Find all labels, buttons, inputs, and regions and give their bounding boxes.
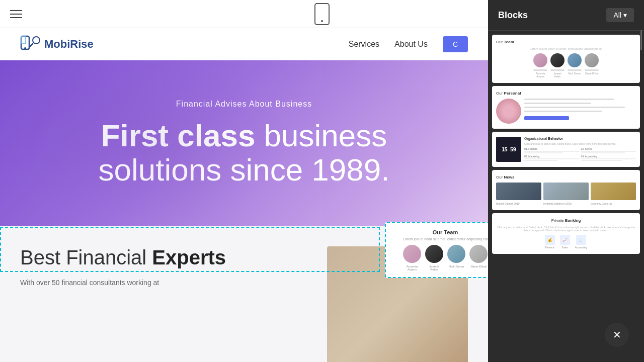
thumb-banking-sales: 📈 Sales [560,235,570,249]
block-thumb-our-team-desc: Lorem ipsum dolor sit amet, consectetur … [496,47,636,50]
block-thumb-our-personal-title: Our Personal [496,91,636,96]
team-name-3: Nick Simon [447,265,465,271]
nav-link-services[interactable]: Services [349,40,379,49]
block-thumb-team-names: Amanda Adams Joseph Kelen Nick Simon Ste… [496,69,636,78]
site-nav-links: Services About Us C [349,36,468,52]
team-avatar-4 [469,245,488,263]
blocks-panel: Blocks All ▾ Our Team Lorem ipsum dolor … [488,0,644,362]
thumb-news-caption-1: Market Outlook 2019 [496,202,541,205]
thumb-org-item-2: 02. Styles [581,147,636,153]
team-avatar-3 [447,245,465,263]
thumb-news-captions: Market Outlook 2019 Investing Options in… [496,202,636,205]
blocks-filter-button[interactable]: All ▾ [606,8,634,22]
thumb-news-caption-2: Investing Options in 2000 [543,202,589,205]
nav-link-about[interactable]: About Us [394,40,428,49]
org-line-1 [524,151,580,152]
block-thumb-our-news[interactable]: Our News Market Outlook 2019 Investing O… [492,170,640,210]
thumb-avatar-4 [585,53,599,67]
org-line-2b [581,152,625,153]
blocks-header: Blocks All ▾ [488,0,644,31]
content-title-light: Best Financial [20,246,152,268]
mobile-device-icon[interactable] [314,3,330,25]
finance-icon-shape: 💰 [545,235,555,245]
thumb-banking-finance: 💰 Finance [545,235,555,249]
nav-cta-button[interactable]: C [443,36,468,52]
thumb-personal-lines [524,99,636,120]
org-line-3b [524,160,557,161]
logo-icon [20,34,40,54]
block-thumb-our-news-title: Our News [496,175,636,179]
thumb-banking-accounting: 🧾 Accounting [575,235,588,249]
team-preview-names: Amanda Adams Joseph Kelen Nick Simon Ste… [392,265,488,271]
org-line-4b [581,160,622,161]
accounting-icon-label: Accounting [575,246,588,249]
team-avatar-2 [425,245,443,263]
thumb-org-content: Organizational Behavior Click and drag t… [524,137,636,162]
thumb-banking-icons: 💰 Finance 📈 Sales 🧾 Accounting [496,235,636,249]
preview-area: MobiRise Services About Us C Financial A… [0,28,488,362]
site-logo: MobiRise [20,34,94,54]
personal-line-4 [524,111,602,112]
block-thumb-org-behavior[interactable]: 15 59 Organizational Behavior Click and … [492,132,640,167]
team-preview-title: Our Team [392,229,488,235]
thumb-org-clock: 15 59 [496,137,521,162]
close-icon: ✕ [613,329,621,341]
thumb-news-img-2 [543,183,589,200]
thumb-banking-desc: Click any text to edit or add. Select bl… [496,226,636,232]
thumb-org-label-1: 01. Finance [524,147,580,150]
thumb-org-item-3: 03. Marketing [524,155,580,161]
team-preview-avatars [392,245,488,263]
team-name-1: Amanda Adams [403,265,421,271]
org-line-4 [581,158,636,159]
block-thumb-private-banking[interactable]: Private Banking Click any text to edit o… [492,213,640,254]
thumb-personal-text [524,99,636,120]
org-line-2 [581,151,636,152]
thumb-avatar-3 [568,53,582,67]
thumb-org-label-4: 04. Accounting [581,155,636,158]
thumb-news-caption-3: Economy Goes Up [591,202,636,205]
thumb-personal-image [496,99,521,124]
hero-bg [0,60,293,226]
personal-line-3 [524,107,625,108]
team-preview-subtitle: Lorem ipsum dolor sit amet, consectetur … [392,237,488,241]
personal-btn [524,116,569,120]
close-fab-button[interactable]: ✕ [605,323,629,347]
scroll-indicator [640,30,642,50]
personal-line-1 [524,99,614,100]
thumb-news-images [496,183,636,200]
thumb-org-desc: Click and drag to edit or add. Select bl… [524,142,636,145]
content-description: With over 50 financial consultants worki… [20,277,221,288]
thumb-news-img-3 [591,183,636,200]
team-preview-block[interactable]: Our Team Lorem ipsum dolor sit amet, con… [385,222,488,278]
toolbar-center [314,3,330,25]
accounting-icon-shape: 🧾 [576,235,586,245]
blocks-list: Our Team Lorem ipsum dolor sit amet, con… [488,31,644,362]
thumb-avatar-2 [550,53,565,67]
hamburger-menu-icon[interactable] [10,10,22,18]
content-left: Best Financial Experts With over 50 fina… [20,246,307,362]
site-navbar: MobiRise Services About Us C [0,28,488,60]
team-name-4: Steve Elliott [469,265,488,271]
thumb-org-title: Organizational Behavior [524,137,636,140]
logo-text: MobiRise [44,38,94,51]
toolbar-left [10,10,22,18]
block-thumb-team-avatars [496,53,636,67]
hero-section: Financial Advises About Business First c… [0,60,488,226]
block-thumb-our-personal[interactable]: Our Personal [492,86,640,129]
block-thumb-our-team[interactable]: Our Team Lorem ipsum dolor sit amet, con… [492,35,640,83]
finance-icon-label: Finance [545,246,554,249]
thumb-news-img-1 [496,183,541,200]
content-title: Best Financial Experts [20,246,307,269]
block-thumb-our-team-title: Our Team [496,40,636,44]
block-thumb-org-layout: 15 59 Organizational Behavior Click and … [496,137,636,162]
svg-point-3 [33,37,40,44]
sales-icon-label: Sales [561,246,568,249]
org-line-1b [524,152,563,153]
team-avatar-1 [403,245,421,263]
blocks-title: Blocks [498,10,528,21]
sales-icon-shape: 📈 [560,235,570,245]
svg-point-2 [24,47,26,49]
block-thumb-personal-layout [496,99,636,124]
team-name-2: Joseph Kelen [425,265,443,271]
svg-line-4 [30,44,33,46]
